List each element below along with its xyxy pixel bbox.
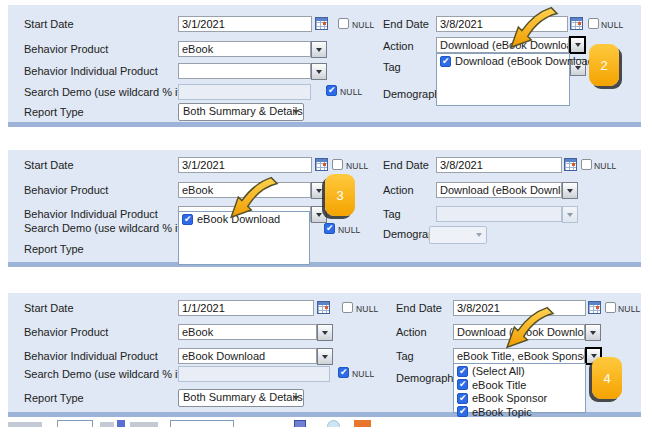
start-date-label: Start Date — [24, 18, 74, 30]
end-date-null-checkbox[interactable] — [605, 302, 616, 313]
checked-checkbox-icon[interactable] — [440, 56, 451, 67]
search-demo-input — [178, 84, 311, 100]
behavior-product-label: Behavior Product — [24, 326, 108, 338]
report-type-select[interactable]: Both Summary & Details — [178, 389, 304, 407]
start-date-input[interactable] — [178, 157, 312, 173]
blue-glyph-icon — [117, 420, 125, 427]
report-type-label: Report Type — [24, 243, 84, 255]
calendar-icon[interactable] — [564, 158, 577, 171]
report-type-label: Report Type — [24, 106, 84, 118]
clipped-footer-toolbar — [0, 419, 652, 427]
dropdown-option-label: eBook Sponsor — [472, 392, 547, 404]
chevron-down-icon[interactable] — [562, 182, 578, 199]
calendar-icon[interactable] — [588, 301, 601, 314]
globe-icon[interactable] — [327, 420, 340, 427]
search-demo-null-label: NULL — [352, 369, 375, 379]
start-date-label: Start Date — [24, 159, 74, 171]
behavior-product-select[interactable]: eBook — [178, 324, 317, 340]
search-demo-null-checkbox[interactable] — [324, 223, 335, 234]
footer-select[interactable] — [170, 420, 234, 427]
end-date-null-label: NULL — [594, 161, 617, 171]
dropdown-option-label: eBook Title — [472, 379, 526, 391]
start-date-null-label: NULL — [356, 304, 379, 314]
behavior-individual-product-select[interactable] — [178, 63, 311, 79]
action-dropdown-list: Download (eBook Download) — [436, 53, 570, 106]
callout-badge-3: 3 — [325, 174, 355, 216]
clipped-text — [130, 422, 158, 427]
calendar-icon[interactable] — [315, 158, 328, 171]
blue-square-icon[interactable] — [294, 420, 306, 427]
behavior-individual-product-label: Behavior Individual Product — [24, 208, 158, 220]
checked-checkbox-icon[interactable] — [457, 406, 468, 417]
annotation-arrow-icon — [226, 176, 282, 220]
chevron-down-icon[interactable] — [311, 63, 327, 80]
behavior-product-select[interactable]: eBook — [178, 41, 311, 57]
dropdown-option-label: Download (eBook Download) — [455, 55, 597, 67]
dropdown-option[interactable]: eBook Sponsor — [454, 391, 585, 405]
start-date-null-label: NULL — [352, 20, 375, 30]
start-date-null-checkbox[interactable] — [332, 159, 343, 170]
report-filter-screens: Start Date NULL Behavior Product eBook B… — [0, 0, 652, 439]
chevron-down-icon[interactable] — [317, 324, 333, 341]
dropdown-option[interactable]: eBook Topic — [454, 405, 585, 419]
tag-label: Tag — [383, 61, 401, 73]
end-date-label: End Date — [396, 302, 442, 314]
chevron-down-icon[interactable] — [585, 324, 601, 341]
demographic-select — [429, 226, 487, 244]
tag-select[interactable]: eBook Title, eBook Sponsor, eBook — [453, 348, 585, 364]
search-demo-null-label: NULL — [340, 87, 363, 97]
end-date-input[interactable] — [436, 157, 562, 173]
checked-checkbox-icon[interactable] — [457, 379, 468, 390]
behavior-individual-product-select[interactable]: eBook Download — [178, 348, 317, 364]
end-date-null-checkbox[interactable] — [588, 18, 599, 29]
end-date-label: End Date — [383, 159, 429, 171]
report-type-label: Report Type — [24, 392, 84, 404]
search-demo-null-label: NULL — [338, 225, 361, 235]
chevron-down-icon — [562, 206, 578, 223]
callout-badge-4: 4 — [592, 357, 622, 399]
dropdown-option[interactable]: Download (eBook Download) — [437, 54, 569, 68]
clipped-text — [8, 422, 42, 427]
start-date-null-checkbox[interactable] — [342, 302, 353, 313]
start-date-label: Start Date — [24, 302, 74, 314]
callout-badge-2: 2 — [589, 44, 619, 86]
behavior-product-label: Behavior Product — [24, 184, 108, 196]
orange-export-icon[interactable] — [354, 420, 371, 427]
checked-checkbox-icon[interactable] — [182, 214, 193, 225]
clipped-text — [100, 422, 114, 427]
search-demo-null-checkbox[interactable] — [326, 85, 337, 96]
dropdown-option-label: (Select All) — [472, 365, 525, 377]
chevron-down-icon[interactable] — [317, 348, 333, 365]
tag-label: Tag — [396, 350, 414, 362]
start-date-null-label: NULL — [346, 161, 369, 171]
footer-input[interactable] — [57, 420, 93, 427]
end-date-null-checkbox[interactable] — [581, 159, 592, 170]
search-demo-input — [178, 366, 330, 382]
chevron-down-icon[interactable] — [569, 36, 586, 54]
dropdown-option-label: eBook Topic — [472, 406, 532, 418]
behavior-product-label: Behavior Product — [24, 43, 108, 55]
end-date-null-label: NULL — [601, 20, 624, 30]
start-date-input[interactable] — [178, 16, 312, 32]
report-type-select[interactable]: Both Summary & Details — [178, 103, 304, 121]
demographic-label: Demographic — [396, 372, 461, 384]
behavior-individual-product-label: Behavior Individual Product — [24, 65, 158, 77]
start-date-null-checkbox[interactable] — [338, 18, 349, 29]
calendar-icon[interactable] — [317, 301, 330, 314]
calendar-icon[interactable] — [570, 17, 583, 30]
dropdown-option[interactable]: eBook Title — [454, 378, 585, 392]
dropdown-option[interactable]: (Select All) — [454, 364, 585, 378]
end-date-label: End Date — [383, 18, 429, 30]
search-demo-null-checkbox[interactable] — [338, 367, 349, 378]
checked-checkbox-icon[interactable] — [457, 393, 468, 404]
action-select[interactable]: Download (eBook Download) — [436, 182, 562, 198]
calendar-icon[interactable] — [315, 17, 328, 30]
start-date-input[interactable] — [178, 300, 314, 316]
tag-dropdown-list: (Select All) eBook Title eBook Sponsor e… — [453, 363, 586, 413]
tag-select — [436, 206, 562, 222]
end-date-null-label: NULL — [618, 304, 641, 314]
annotation-arrow-icon — [502, 306, 558, 350]
action-label: Action — [383, 184, 414, 196]
checked-checkbox-icon[interactable] — [457, 366, 468, 377]
chevron-down-icon[interactable] — [311, 41, 327, 58]
